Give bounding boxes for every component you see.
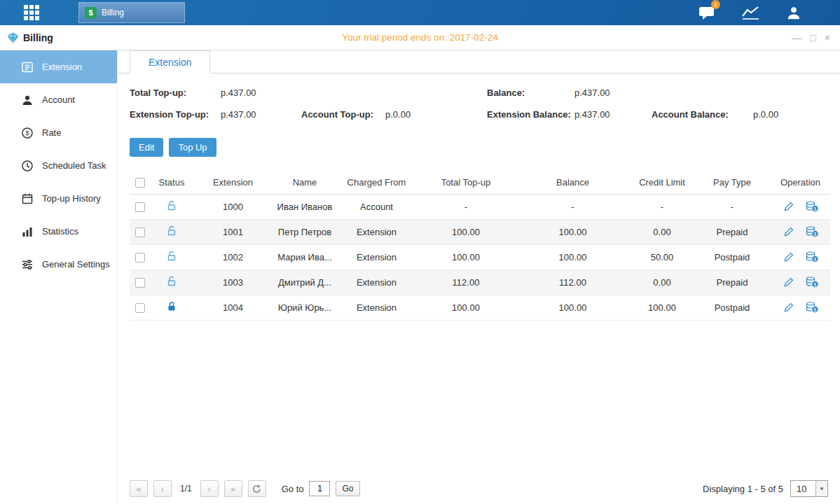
sidebar-item-rate[interactable]: $ Rate: [0, 116, 117, 149]
calendar-icon: [21, 192, 34, 205]
sidebar-item-extension[interactable]: Extension: [0, 50, 117, 83]
reports-button[interactable]: [741, 4, 760, 21]
sidebar-item-label: Account: [42, 94, 75, 105]
cell-pay-type: -: [694, 194, 771, 219]
page-indicator: 1/1: [180, 484, 192, 493]
cell-credit-limit: 100.00: [631, 295, 694, 320]
apps-grid-icon: [24, 5, 39, 20]
extension-balance-value: p.437.00: [574, 109, 652, 120]
balance-label: Balance:: [487, 88, 574, 98]
taskbar-item-billing[interactable]: $ Billing: [78, 2, 185, 23]
user-icon: [785, 5, 802, 21]
edit-row-icon[interactable]: [783, 201, 794, 212]
cell-total-topup: 100.00: [417, 295, 515, 320]
prev-page-button[interactable]: ‹: [153, 480, 172, 497]
balance-value: p.437.00: [574, 88, 610, 98]
next-page-button[interactable]: ›: [200, 480, 219, 497]
col-header-charged-from: Charged From: [336, 171, 417, 194]
row-checkbox[interactable]: [135, 253, 145, 262]
pagination-bar: « ‹ 1/1 › » Go to Go Displaying 1 - 5 of…: [118, 480, 840, 504]
extension-topup-value: p.437.00: [221, 109, 301, 120]
sidebar-item-statistics[interactable]: Statistics: [0, 215, 117, 248]
close-button[interactable]: ×: [825, 33, 830, 43]
sidebar-item-label: Extension: [42, 62, 82, 72]
select-all-checkbox[interactable]: [135, 178, 145, 188]
window-titlebar: Billing Your trial period ends on: 2017-…: [0, 25, 840, 50]
cell-credit-limit: 50.00: [631, 244, 694, 270]
cell-balance: 100.00: [515, 244, 631, 270]
row-checkbox[interactable]: [135, 202, 145, 212]
maximize-button[interactable]: □: [810, 33, 815, 43]
app-launcher-button[interactable]: [24, 5, 39, 20]
billing-dollar-icon: $: [85, 7, 97, 19]
cell-name: Дмитрий Д...: [273, 270, 336, 295]
edit-row-icon[interactable]: [783, 251, 794, 262]
desktop-topbar: $ Billing !: [0, 0, 840, 25]
table-row: 1003 Дмитрий Д... Extension 112.00 112.0…: [130, 270, 830, 295]
page-size-select[interactable]: 10 ▾: [790, 480, 828, 497]
first-page-button[interactable]: «: [130, 480, 148, 497]
cell-total-topup: 112.00: [417, 270, 515, 295]
extension-balance-label: Extension Balance:: [487, 109, 574, 120]
last-page-button[interactable]: »: [224, 480, 242, 497]
table-header-row: Status Extension Name Charged From Total…: [130, 171, 830, 194]
tab-extension[interactable]: Extension: [130, 50, 210, 74]
sidebar-item-topup-history[interactable]: Top-up History: [0, 182, 117, 215]
window-controls: — □ ×: [792, 33, 830, 43]
row-checkbox[interactable]: [135, 227, 145, 237]
topbar-right-icons: !: [697, 4, 804, 21]
bar-chart-icon: [21, 225, 34, 238]
top-up-row-icon[interactable]: $: [806, 276, 818, 288]
edit-row-icon[interactable]: [783, 276, 794, 288]
cell-name: Петр Петров: [273, 219, 336, 244]
edit-row-icon[interactable]: [783, 226, 794, 237]
cell-charged-from: Extension: [336, 270, 417, 295]
sidebar-item-scheduled-task[interactable]: Scheduled Task: [0, 149, 117, 182]
billing-summary: Total Top-up: p.437.00 Balance: p.437.00…: [118, 74, 840, 125]
cell-extension: 1004: [193, 295, 273, 320]
cell-total-topup: 100.00: [417, 219, 515, 244]
extension-icon: [21, 61, 34, 74]
cell-extension: 1001: [193, 219, 273, 244]
table-row: 1001 Петр Петров Extension 100.00 100.00…: [130, 219, 830, 244]
sidebar-item-general-settings[interactable]: General Settings: [0, 248, 117, 281]
edit-row-icon[interactable]: [783, 302, 794, 313]
edit-button[interactable]: Edit: [130, 138, 163, 157]
cell-charged-from: Extension: [336, 244, 417, 270]
row-checkbox[interactable]: [135, 303, 145, 313]
sliders-icon: [21, 258, 34, 271]
top-up-row-icon[interactable]: $: [806, 201, 818, 212]
go-button[interactable]: Go: [336, 481, 359, 496]
sidebar: Extension Account $ Rate Scheduled Ta: [0, 50, 118, 504]
sidebar-item-label: Scheduled Task: [42, 160, 106, 171]
cell-charged-from: Account: [336, 194, 417, 219]
account-topup-label: Account Top-up:: [301, 109, 385, 120]
top-up-button[interactable]: Top Up: [169, 138, 216, 157]
line-chart-icon: [741, 6, 760, 20]
top-up-row-icon[interactable]: $: [806, 302, 818, 313]
cell-pay-type: Prepaid: [694, 270, 771, 295]
user-menu-button[interactable]: [784, 4, 804, 21]
lock-status-icon: [167, 202, 177, 213]
notifications-button[interactable]: !: [697, 4, 717, 21]
sidebar-item-label: General Settings: [42, 259, 110, 270]
cell-balance: 112.00: [515, 270, 631, 295]
col-header-pay-type: Pay Type: [694, 171, 771, 194]
clock-icon: [21, 160, 34, 172]
row-checkbox[interactable]: [135, 278, 145, 288]
minimize-button[interactable]: —: [792, 33, 801, 43]
main-content: Extension Total Top-up: p.437.00 Balance…: [118, 50, 840, 504]
top-up-row-icon[interactable]: $: [806, 226, 818, 237]
sidebar-item-account[interactable]: Account: [0, 83, 117, 116]
taskbar-item-label: Billing: [102, 8, 124, 18]
lock-status-icon: [167, 227, 177, 238]
refresh-button[interactable]: [248, 480, 266, 497]
svg-text:$: $: [813, 257, 816, 262]
goto-label: Go to: [282, 484, 304, 494]
top-up-row-icon[interactable]: $: [806, 251, 818, 262]
extensions-table-wrap: Status Extension Name Charged From Total…: [130, 171, 828, 321]
svg-text:$: $: [25, 130, 29, 136]
goto-page-input[interactable]: [309, 481, 330, 496]
cell-pay-type: Prepaid: [694, 219, 771, 244]
cell-charged-from: Extension: [336, 295, 417, 320]
